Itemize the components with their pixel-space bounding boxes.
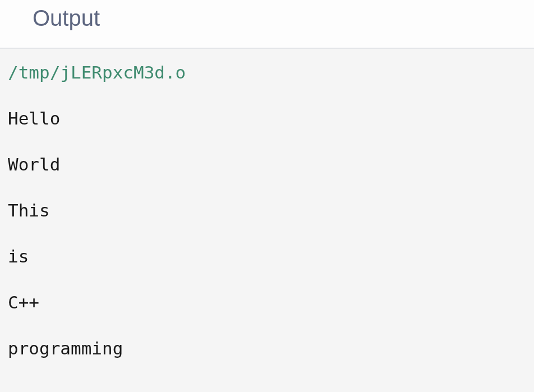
output-line: World bbox=[8, 151, 526, 178]
output-line: C++ bbox=[8, 289, 526, 316]
output-line: This bbox=[8, 197, 526, 224]
output-area: /tmp/jLERpxcM3d.o Hello World This is C+… bbox=[0, 49, 534, 372]
output-header: Output bbox=[0, 0, 534, 49]
output-line: is bbox=[8, 243, 526, 270]
output-title: Output bbox=[33, 6, 534, 31]
output-line: programming bbox=[8, 335, 526, 362]
output-line: Hello bbox=[8, 105, 526, 132]
output-file-path: /tmp/jLERpxcM3d.o bbox=[8, 59, 526, 86]
